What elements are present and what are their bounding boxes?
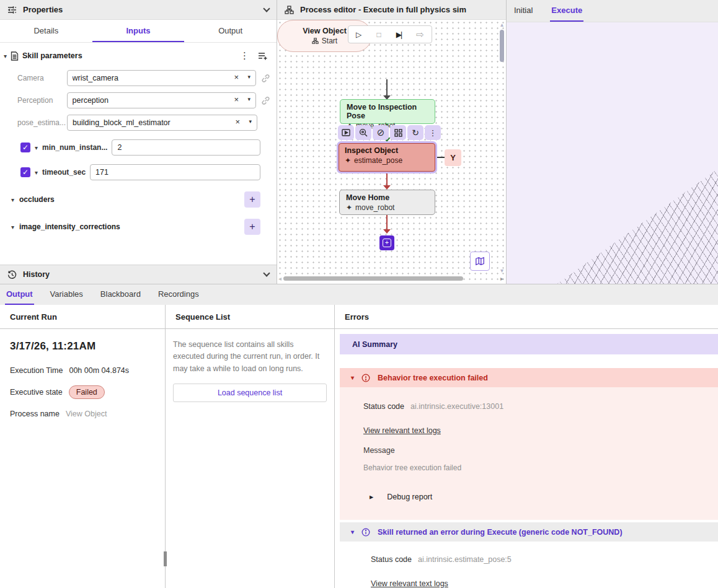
node-inspect-object-selection[interactable]: Inspect Object ✦ estimate_pose xyxy=(337,141,437,173)
message-label: Message xyxy=(363,446,713,455)
scroll-down-icon[interactable]: ▾ xyxy=(500,267,503,274)
bottom-panel: Output Variables Blackboard Recordings C… xyxy=(0,284,718,588)
horizontal-scrollbar[interactable]: ◂ ▸ xyxy=(277,276,497,282)
tab-recordings[interactable]: Recordings xyxy=(157,285,200,305)
perception-input-wrap: × ▾ xyxy=(67,92,256,108)
minimap-button[interactable] xyxy=(470,252,490,271)
vertical-scrollbar[interactable]: ▴ ▾ xyxy=(497,22,505,273)
output-columns: Current Run 3/17/26, 11:21AM Execution T… xyxy=(0,305,718,588)
add-occluder-button[interactable]: + xyxy=(244,191,260,208)
caret-down-icon[interactable]: ▾ xyxy=(35,169,38,176)
clear-icon[interactable]: × xyxy=(234,72,239,82)
link-icon[interactable] xyxy=(261,74,270,83)
error-2-header[interactable]: ▾ Skill returned an error during Execute… xyxy=(340,522,718,542)
skip-button[interactable]: ⇨ xyxy=(416,29,424,40)
scroll-up-icon[interactable]: ▴ xyxy=(500,21,503,28)
min-num-instances-input[interactable] xyxy=(112,139,260,156)
tab-variables[interactable]: Variables xyxy=(49,285,84,305)
grid-view-icon[interactable] xyxy=(390,125,406,140)
properties-header[interactable]: Properties xyxy=(0,0,277,20)
scrollbar-thumb[interactable] xyxy=(283,276,463,281)
debug-zoom-icon[interactable] xyxy=(355,125,371,140)
link-icon[interactable] xyxy=(261,96,270,105)
errors-body: AI Summary ▾ Behavior tree execution fai… xyxy=(335,329,718,588)
run-from-here-icon[interactable] xyxy=(338,125,354,140)
tab-output[interactable]: Output xyxy=(5,285,34,305)
caret-down-icon[interactable]: ▾ xyxy=(11,224,14,230)
node-move-home[interactable]: Move Home ✦ move_robot xyxy=(339,190,435,215)
error-title: Behavior tree execution failed xyxy=(378,374,488,382)
node-title: Move Home xyxy=(346,193,428,202)
current-run-column: Current Run 3/17/26, 11:21AM Execution T… xyxy=(0,305,166,588)
field-label: timeout_sec xyxy=(42,168,86,177)
simulation-view-panel: Initial Execute xyxy=(507,0,718,284)
caret-down-icon[interactable]: ▾ xyxy=(11,196,14,203)
timeout-sec-input[interactable] xyxy=(90,164,260,180)
view-logs-link[interactable]: View relevant text logs xyxy=(363,426,441,435)
section-occluders[interactable]: ▾ occluders + xyxy=(11,191,260,208)
status-code-label: Status code xyxy=(363,402,404,411)
play-button[interactable]: ▷ xyxy=(356,30,361,39)
process-canvas[interactable]: ▷ □ ▶| ⇨ View Object Start Move to Inspe… xyxy=(277,20,506,284)
status-badge: Failed xyxy=(69,385,105,399)
panel-title: Process editor - Execute in full physics… xyxy=(300,5,466,14)
message-value: Behavior tree execution failed xyxy=(363,463,713,472)
error-1-header[interactable]: ▾ Behavior tree execution failed xyxy=(340,368,718,387)
tab-details[interactable]: Details xyxy=(0,20,92,42)
tab-inputs[interactable]: Inputs xyxy=(92,20,185,42)
pose-estimator-input[interactable] xyxy=(67,115,257,131)
load-sequence-list-button[interactable]: Load sequence list xyxy=(173,384,327,402)
status-code-value: ai.intrinsic.executive:13001 xyxy=(410,402,503,411)
dropdown-arrow-icon[interactable]: ▾ xyxy=(247,96,250,102)
camera-input[interactable] xyxy=(67,70,256,86)
section-image-intensity-corrections[interactable]: ▾ image_intensity_corrections + xyxy=(11,219,260,235)
tab-blackboard[interactable]: Blackboard xyxy=(99,285,142,305)
more-options-icon[interactable]: ⋮ xyxy=(425,125,441,140)
view-tabs: Initial Execute xyxy=(507,0,718,22)
stop-button[interactable]: □ xyxy=(376,30,381,39)
clear-icon[interactable]: × xyxy=(235,117,240,126)
playlist-add-icon[interactable] xyxy=(258,52,270,60)
checkbox-checked[interactable]: ✓ xyxy=(20,143,30,152)
clear-icon[interactable]: × xyxy=(234,95,239,104)
scrollbar-thumb[interactable] xyxy=(164,551,167,566)
executive-state-label: Executive state xyxy=(10,388,63,397)
debug-report-toggle[interactable]: ▸ Debug report xyxy=(370,492,713,501)
debug-report-label: Debug report xyxy=(387,493,432,501)
history-bar[interactable]: History xyxy=(0,265,277,284)
view-logs-link[interactable]: View relevant text logs xyxy=(371,579,448,588)
disable-icon[interactable]: ⊘ xyxy=(373,125,389,140)
scroll-left-icon[interactable]: ◂ xyxy=(278,275,281,282)
step-button[interactable]: ▶| xyxy=(396,30,401,39)
field-label: min_num_instan... xyxy=(42,143,107,152)
kebab-menu-icon[interactable]: ⋮ xyxy=(235,50,254,61)
errors-header: Errors xyxy=(335,305,718,329)
caret-down-icon[interactable]: ▾ xyxy=(4,53,7,59)
field-row-min-num-instances: ✓ ▾ min_num_instan... xyxy=(20,139,260,156)
node-move-to-inspection-pose[interactable]: Move to Inspection Pose ✦ move_robot xyxy=(340,99,435,124)
chevron-down-icon[interactable] xyxy=(263,270,270,276)
ai-summary-bar[interactable]: AI Summary xyxy=(340,334,718,354)
node-subtitle: Start xyxy=(322,37,337,45)
dropdown-arrow-icon[interactable]: ▾ xyxy=(247,74,250,80)
add-node-button[interactable]: + xyxy=(379,235,394,250)
field-label: Camera xyxy=(17,74,67,82)
edge-start-to-move xyxy=(386,79,388,97)
tab-output[interactable]: Output xyxy=(184,20,277,42)
retry-loop-icon[interactable]: ↻ xyxy=(407,125,423,140)
scrollbar-thumb[interactable] xyxy=(500,30,504,62)
dropdown-arrow-icon[interactable]: ▾ xyxy=(249,118,252,125)
perception-input[interactable] xyxy=(67,92,256,108)
node-inspect-object[interactable]: Inspect Object ✦ estimate_pose xyxy=(339,143,435,172)
tune-icon xyxy=(7,6,17,14)
caret-down-icon[interactable]: ▾ xyxy=(35,144,38,151)
tab-execute[interactable]: Execute xyxy=(550,1,583,22)
error-title: Skill returned an error during Execute (… xyxy=(378,528,623,537)
add-correction-button[interactable]: + xyxy=(244,219,260,235)
branch-handle[interactable]: Y xyxy=(445,149,461,166)
chevron-down-icon[interactable] xyxy=(263,5,270,12)
scroll-right-icon[interactable]: ▸ xyxy=(500,275,503,282)
tab-initial[interactable]: Initial xyxy=(513,1,534,22)
checkbox-checked[interactable]: ✓ xyxy=(20,167,30,177)
3d-viewport[interactable] xyxy=(507,22,718,284)
